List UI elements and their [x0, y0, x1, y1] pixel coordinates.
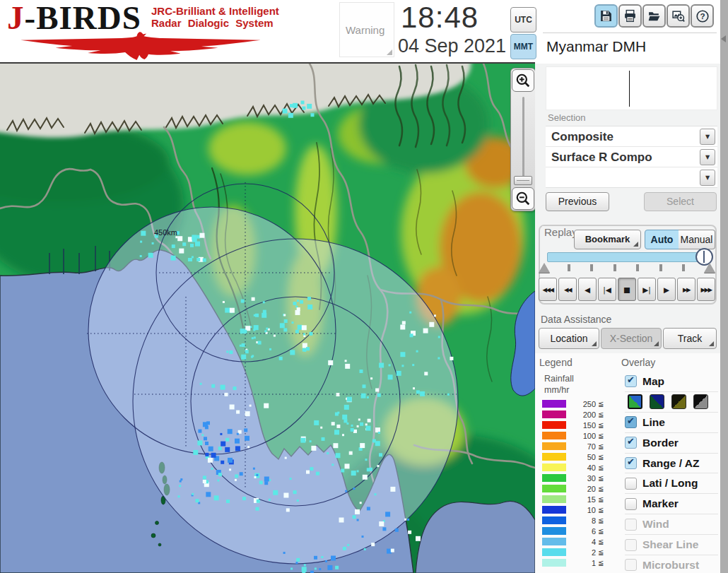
map-style-gray[interactable]	[693, 394, 708, 409]
fast-forward-button[interactable]: ▶▶	[677, 278, 695, 301]
timeline-tick	[613, 264, 616, 271]
overlay-row-range-az[interactable]: ✔Range / AZ	[625, 454, 718, 474]
replay-timeline-track[interactable]	[547, 252, 705, 262]
dropdown-product-value: Surface R Compo	[551, 147, 652, 167]
zoom-out-button[interactable]	[512, 187, 534, 210]
map-zoom-control	[510, 68, 536, 211]
legend-unit-rainfall: Rainfall	[544, 374, 574, 384]
chevron-down-icon[interactable]: ▼	[700, 170, 715, 186]
rewind-button[interactable]: ◀◀	[558, 278, 577, 301]
track-button[interactable]: Track	[663, 328, 717, 349]
open-file-button[interactable]	[642, 4, 666, 28]
map-checkbox[interactable]: ✔	[625, 375, 637, 387]
legend-swatch	[542, 474, 566, 482]
auto-replay-button[interactable]: Auto	[645, 230, 679, 249]
marker-checkbox[interactable]: ✔	[625, 498, 637, 510]
zoom-slider-thumb[interactable]	[514, 176, 532, 185]
overlay-label: Overlay	[621, 357, 655, 368]
timeline-tick	[682, 264, 685, 271]
range-end-marker[interactable]	[704, 263, 715, 273]
station-name: Myanmar DMH	[546, 38, 646, 55]
fastest-forward-button[interactable]: ▶▶▶	[697, 278, 715, 301]
location-button[interactable]: Location	[539, 328, 599, 349]
overlay-row-border[interactable]: ✔Border	[625, 433, 718, 454]
range-start-marker[interactable]	[539, 263, 550, 273]
rewind-fast-button[interactable]: ◀◀◀	[539, 278, 557, 301]
legend-swatch	[542, 453, 566, 461]
save-button[interactable]	[594, 4, 618, 28]
legend-label: Legend	[539, 357, 573, 368]
station-input[interactable]	[546, 66, 717, 110]
panel-edge-strip	[720, 0, 728, 573]
selection-dropdowns: Composite ▼ Surface R Compo ▼ ▼	[546, 126, 717, 188]
range-az-checkbox[interactable]: ✔	[625, 457, 637, 469]
check-icon: ✔	[627, 436, 635, 447]
legend-row: 50≦	[542, 453, 620, 461]
dropdown-category[interactable]: Composite ▼	[546, 126, 717, 147]
map-style-dark-blue[interactable]	[650, 394, 664, 409]
bookmark-button[interactable]: Bookmark	[574, 230, 641, 249]
overlay-row-line[interactable]: ✔Line	[625, 413, 718, 433]
map-style-terrain[interactable]	[628, 394, 642, 409]
check-icon: ✔	[627, 415, 635, 426]
radar-map[interactable]: 450km	[0, 64, 535, 573]
clock-date: 04 Sep 2021	[398, 35, 506, 57]
legend-unit-mmhr: mm/hr	[544, 385, 569, 395]
chevron-down-icon[interactable]: ▼	[700, 129, 715, 145]
corner-arrow-icon	[592, 341, 597, 346]
check-icon: ✔	[627, 456, 635, 467]
map-style-olive[interactable]	[671, 394, 686, 409]
mmt-button[interactable]: MMT	[510, 34, 536, 59]
overlay-row-lati-long[interactable]: ✔Lati / Long	[625, 473, 718, 494]
select-button[interactable]: Select	[644, 192, 717, 211]
previous-button[interactable]: Previous	[546, 192, 609, 211]
svg-text:?: ?	[700, 11, 705, 20]
legend-swatch	[542, 548, 566, 556]
utc-button[interactable]: UTC	[510, 7, 536, 33]
border-checkbox[interactable]: ✔	[625, 437, 637, 449]
rainfall-legend: 250≦ 200≦ 150≦ 100≦ 70≦ 50≦ 40≦ 30≦ 20≦ …	[542, 400, 620, 569]
step-back-button[interactable]: |◀	[598, 278, 616, 301]
legend-swatch	[542, 421, 566, 429]
line-checkbox[interactable]: ✔	[625, 416, 637, 428]
overlay-row-wind: Wind	[625, 514, 718, 535]
zoom-slider-track[interactable]	[522, 97, 524, 183]
corner-arrow-icon	[654, 341, 659, 346]
overlay-row-microburst: Microburst	[625, 555, 718, 573]
step-forward-button[interactable]: ▶|	[638, 278, 656, 301]
overlay-row-marker[interactable]: ✔Marker	[625, 494, 718, 514]
legend-row: 4≦	[542, 538, 620, 545]
zoom-out-icon	[515, 191, 531, 206]
zoom-in-button[interactable]	[512, 69, 534, 92]
print-button[interactable]	[618, 4, 642, 28]
corner-arrow-icon	[633, 242, 638, 247]
eagle-logo-icon	[4, 30, 277, 60]
manual-replay-button[interactable]: Manual	[679, 230, 715, 249]
help-button[interactable]: ?	[691, 4, 714, 28]
warning-label: Warning	[346, 24, 384, 36]
xsection-button[interactable]: X-Section	[601, 328, 662, 349]
timeline-tick	[568, 264, 570, 271]
chevron-down-icon[interactable]: ▼	[700, 149, 715, 165]
stop-button[interactable]: ■	[618, 278, 636, 301]
dropdown-option[interactable]: ▼	[546, 167, 717, 188]
legend-swatch	[542, 432, 566, 439]
legend-row: 70≦	[542, 442, 620, 450]
resize-handle-icon[interactable]	[387, 49, 392, 55]
capture-image-button[interactable]	[667, 4, 690, 28]
legend-row: 1≦	[542, 559, 620, 567]
text-cursor	[629, 71, 630, 107]
collapse-panel-icon[interactable]	[721, 35, 726, 42]
legend-swatch	[542, 485, 566, 492]
dropdown-product[interactable]: Surface R Compo ▼	[546, 147, 717, 167]
legend-swatch	[542, 506, 566, 514]
play-button[interactable]: ▶	[657, 278, 676, 301]
save-icon	[599, 9, 613, 23]
legend-row: 15≦	[542, 495, 620, 503]
lati-long-checkbox[interactable]: ✔	[625, 478, 637, 490]
overlay-row-shear-line: Shear Line	[625, 535, 718, 555]
play-reverse-button[interactable]: ◀	[578, 278, 597, 301]
overlay-row-map[interactable]: ✔Map	[625, 372, 718, 392]
legend-row: 150≦	[542, 421, 620, 429]
timeline-tick	[659, 264, 662, 271]
